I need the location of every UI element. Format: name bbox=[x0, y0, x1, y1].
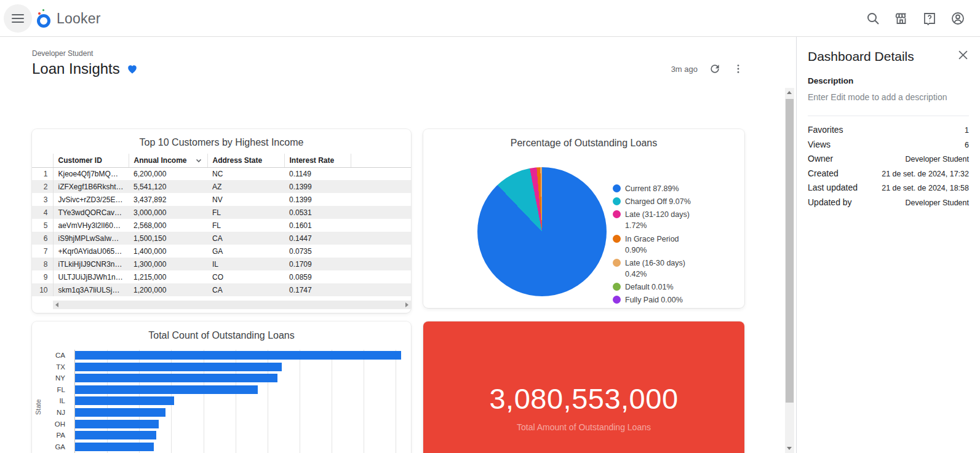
favorite-heart-icon[interactable] bbox=[126, 63, 138, 75]
description-label: Description bbox=[808, 76, 969, 85]
detail-rows: Favorites1 Views6 OwnerDeveloper Student… bbox=[808, 125, 969, 211]
col-header-interest-rate[interactable]: Interest Rate bbox=[284, 154, 351, 167]
sort-desc-icon bbox=[195, 157, 202, 164]
kpi-label: Total Amount of Outstanding Loans bbox=[423, 422, 744, 432]
bar-category-label: NJ bbox=[57, 407, 65, 419]
tile-outstanding-loans-bar: Total Count of Outstanding Loans State C… bbox=[32, 321, 411, 453]
legend-item[interactable]: Late (16-30 days) 0.42% bbox=[613, 258, 698, 280]
dashboard-vertical-scrollbar[interactable] bbox=[785, 88, 794, 453]
bar-OH[interactable] bbox=[75, 420, 159, 428]
gridline bbox=[364, 350, 364, 453]
breadcrumb[interactable]: Developer Student bbox=[32, 49, 93, 58]
bar-plot bbox=[74, 350, 406, 453]
table-row: 7+Kqr0AYidaU065XEdD...1,400,000GA0.0735 bbox=[32, 245, 411, 258]
kebab-menu-icon[interactable] bbox=[732, 63, 744, 75]
legend-dot bbox=[613, 283, 621, 291]
bar-category-label: GA bbox=[55, 441, 65, 453]
looker-logo-icon bbox=[36, 8, 52, 29]
table-row: 1Kjeoe4Qfj7bMQMFkKr...6,200,000NC0.1149 bbox=[32, 167, 411, 180]
scroll-down-icon[interactable] bbox=[787, 447, 792, 450]
tile-outstanding-loans-pie: Percentage of Outstanding Loans Current … bbox=[423, 129, 744, 308]
detail-row-created: Created21 de set. de 2024, 17:32 bbox=[808, 168, 969, 183]
bar-category-label: FL bbox=[57, 384, 65, 396]
legend-item[interactable]: Current 87.89% bbox=[613, 183, 698, 194]
looker-logo[interactable]: Looker bbox=[36, 7, 101, 30]
table-row: 9ULTJUiJjBJWh1nG+Io...1,215,000CO0.0859 bbox=[32, 270, 411, 283]
gridline bbox=[332, 350, 332, 453]
legend-dot bbox=[613, 259, 621, 267]
bar-GA[interactable] bbox=[75, 443, 154, 451]
description-placeholder: Enter Edit mode to add a description bbox=[808, 92, 969, 102]
col-header-annual-income[interactable]: Annual Income bbox=[129, 154, 207, 167]
detail-row-views: Views6 bbox=[808, 140, 969, 154]
table-row: 6iS9hjMPLwSaIwOmky...1,500,150CA0.1447 bbox=[32, 232, 411, 245]
pie-chart[interactable] bbox=[477, 167, 607, 296]
menu-button[interactable] bbox=[4, 4, 32, 33]
refresh-icon[interactable] bbox=[709, 63, 721, 75]
sidebar-title: Dashboard Details bbox=[808, 49, 914, 64]
legend-item[interactable]: Late (31-120 days) 1.72% bbox=[613, 209, 698, 231]
bar-category-label: CA bbox=[55, 350, 65, 361]
legend-dot bbox=[613, 197, 621, 205]
account-icon[interactable] bbox=[950, 11, 965, 26]
table-row: 5aeVmVHy3l2lI60G3KK...2,568,000FL0.1601 bbox=[32, 219, 411, 232]
close-icon[interactable] bbox=[957, 49, 969, 61]
detail-row-updated-by: Updated byDeveloper Student bbox=[808, 197, 969, 212]
col-header-address-state[interactable]: Address State bbox=[207, 154, 284, 167]
bar-PA[interactable] bbox=[75, 431, 156, 439]
pie-legend: Current 87.89% Charged Off 9.07% Late (3… bbox=[613, 183, 698, 305]
bar-FL[interactable] bbox=[75, 385, 258, 394]
tile-top-customers: Top 10 Customers by Highest Income Custo… bbox=[32, 129, 411, 313]
table-row: 3JvSivc+rZD3/25E1H2...3,437,892NV0.1399 bbox=[32, 193, 411, 206]
last-refresh-text: 3m ago bbox=[671, 65, 698, 74]
legend-item[interactable]: Charged Off 9.07% bbox=[613, 196, 698, 207]
top-app-bar: Looker bbox=[0, 0, 980, 37]
gridline bbox=[300, 350, 300, 453]
table-row: 2iZFXegf1B6Rksht31Hs...5,541,120AZ0.1399 bbox=[32, 180, 411, 193]
legend-dot bbox=[613, 210, 621, 218]
legend-item[interactable]: Default 0.01% bbox=[613, 282, 698, 293]
divider bbox=[808, 116, 969, 116]
pie-tile-title: Percentage of Outstanding Loans bbox=[423, 138, 744, 149]
table-row: 10skm1q3A7liULSjwq0R...1,200,000CA0.1747 bbox=[32, 283, 411, 296]
bar-category-label: IL bbox=[59, 395, 65, 407]
page-title: Loan Insights bbox=[32, 60, 120, 77]
bar-category-label: PA bbox=[57, 430, 66, 441]
customers-table: Customer ID Annual Income Address State … bbox=[32, 154, 411, 296]
bar-category-label: OH bbox=[55, 419, 65, 430]
col-header-customer-id[interactable]: Customer ID bbox=[53, 154, 129, 167]
dashboard-details-panel: Dashboard Details Description Enter Edit… bbox=[796, 37, 980, 453]
table-horizontal-scrollbar[interactable] bbox=[53, 301, 411, 309]
table-row: 4TYe3wdQORCavLXEw...3,000,000FL0.0531 bbox=[32, 206, 411, 219]
bar-TX[interactable] bbox=[75, 363, 282, 371]
legend-item[interactable]: Fully Paid 0.00% bbox=[613, 294, 698, 305]
gridline bbox=[396, 350, 396, 453]
table-header-row: Customer ID Annual Income Address State … bbox=[32, 154, 411, 167]
legend-dot bbox=[613, 184, 621, 192]
scroll-up-icon[interactable] bbox=[787, 91, 792, 94]
bar-y-axis-label: State bbox=[33, 350, 43, 453]
legend-dot bbox=[613, 296, 621, 304]
search-icon[interactable] bbox=[866, 11, 880, 26]
marketplace-icon[interactable] bbox=[894, 11, 909, 26]
dashboard-main: Developer Student Loan Insights 3m ago T… bbox=[0, 37, 785, 453]
detail-row-owner: OwnerDeveloper Student bbox=[808, 154, 969, 168]
help-icon[interactable] bbox=[922, 11, 937, 26]
table-row: 8iTLkiHjIJ9CNR3nxMvt...1,300,000IL0.1709 bbox=[32, 258, 411, 270]
scroll-left-icon[interactable] bbox=[55, 302, 58, 307]
bar-CA[interactable] bbox=[75, 351, 401, 360]
bar-IL[interactable] bbox=[75, 396, 174, 405]
legend-item[interactable]: In Grace Period 0.90% bbox=[613, 234, 698, 256]
scrollbar-thumb[interactable] bbox=[786, 99, 794, 403]
bar-NJ[interactable] bbox=[75, 408, 165, 417]
scroll-right-icon[interactable] bbox=[405, 302, 408, 307]
bar-NY[interactable] bbox=[75, 374, 277, 382]
detail-row-last-updated: Last updated21 de set. de 2024, 18:58 bbox=[808, 183, 969, 197]
detail-row-favorites: Favorites1 bbox=[808, 125, 969, 140]
legend-dot bbox=[613, 235, 621, 243]
bar-tile-title: Total Count of Outstanding Loans bbox=[32, 330, 411, 341]
brand-name: Looker bbox=[57, 10, 101, 27]
bar-category-label: NY bbox=[55, 372, 65, 384]
menu-icon bbox=[12, 14, 24, 15]
table-tile-title: Top 10 Customers by Highest Income bbox=[32, 137, 411, 148]
